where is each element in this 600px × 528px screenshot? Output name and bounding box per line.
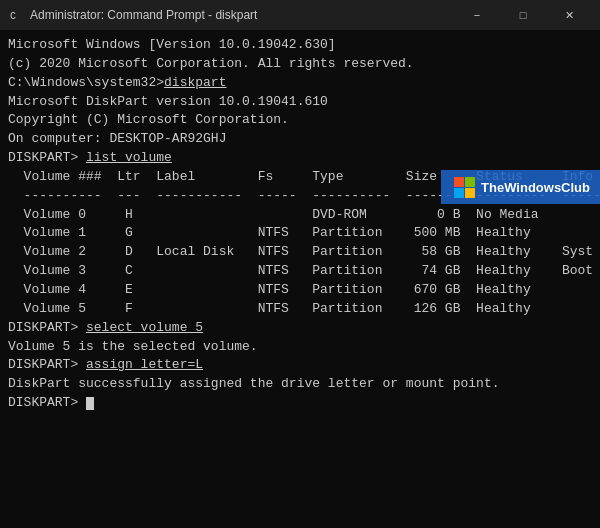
console-line: (c) 2020 Microsoft Corporation. All righ… — [8, 55, 592, 74]
window-title: Administrator: Command Prompt - diskpart — [30, 8, 454, 22]
console-output: Microsoft Windows [Version 10.0.19042.63… — [0, 30, 600, 528]
console-line: C:\Windows\system32>diskpart — [8, 74, 592, 93]
console-line: Microsoft Windows [Version 10.0.19042.63… — [8, 36, 592, 55]
watermark-overlay: TheWindowsClub — [441, 170, 600, 204]
console-line: Volume 5 F NTFS Partition 126 GB Healthy — [8, 300, 592, 319]
cursor-blink — [86, 397, 94, 410]
svg-text:C: C — [10, 11, 16, 22]
watermark-text: TheWindowsClub — [481, 180, 590, 195]
console-line: Volume 0 H DVD-ROM 0 B No Media — [8, 206, 592, 225]
console-line: DISKPART> select volume 5 — [8, 319, 592, 338]
svg-rect-5 — [465, 188, 475, 198]
console-line: Copyright (C) Microsoft Corporation. — [8, 111, 592, 130]
console-line: DiskPart successfully assigned the drive… — [8, 375, 592, 394]
console-line: Volume 2 D Local Disk NTFS Partition 58 … — [8, 243, 592, 262]
console-line: Volume 3 C NTFS Partition 74 GB Healthy … — [8, 262, 592, 281]
cmd-icon: C — [8, 7, 24, 23]
console-line: On computer: DESKTOP-AR92GHJ — [8, 130, 592, 149]
console-line: Volume 5 is the selected volume. — [8, 338, 592, 357]
close-button[interactable]: ✕ — [546, 0, 592, 30]
console-line: DISKPART> list volume — [8, 149, 592, 168]
svg-rect-2 — [454, 177, 464, 187]
console-line: Volume 4 E NTFS Partition 670 GB Healthy — [8, 281, 592, 300]
console-line: Volume 1 G NTFS Partition 500 MB Healthy — [8, 224, 592, 243]
minimize-button[interactable]: − — [454, 0, 500, 30]
console-line: DISKPART> — [8, 394, 592, 413]
console-line: Microsoft DiskPart version 10.0.19041.61… — [8, 93, 592, 112]
console-line: DISKPART> assign letter=L — [8, 356, 592, 375]
svg-rect-3 — [465, 177, 475, 187]
svg-rect-4 — [454, 188, 464, 198]
title-bar: C Administrator: Command Prompt - diskpa… — [0, 0, 600, 30]
watermark-logo-icon — [453, 176, 475, 198]
maximize-button[interactable]: □ — [500, 0, 546, 30]
window-controls: − □ ✕ — [454, 0, 592, 30]
